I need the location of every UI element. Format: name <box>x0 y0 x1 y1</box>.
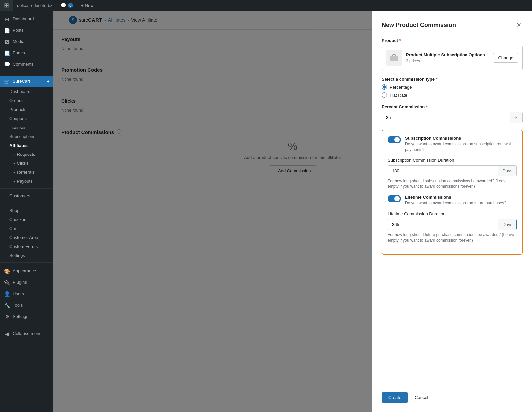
shop-label: Shop <box>9 208 19 213</box>
sidebar-item-requests[interactable]: ↳ Requests <box>0 150 53 159</box>
percent-commission-input-wrapper: % <box>382 112 523 123</box>
wp-logo[interactable]: ⊞ <box>0 0 13 11</box>
create-button[interactable]: Create <box>382 392 408 403</box>
sidebar-item-shop[interactable]: Shop <box>0 206 53 215</box>
sidebar-item-media[interactable]: 🖼 Media <box>0 36 53 47</box>
sidebar-item-plugins[interactable]: 🔌 Plugins <box>0 277 53 288</box>
sidebar-item-comments[interactable]: 💬 Comments <box>0 59 53 70</box>
subscription-commissions-title: Subscription Commissions <box>405 136 517 141</box>
lifetime-commissions-title: Lifetime Commissions <box>405 195 517 200</box>
cart-label: Cart <box>9 226 18 231</box>
comments-bar[interactable]: 💬 0 <box>56 0 77 11</box>
sidebar: ⊞ Dashboard 📄 Posts 🖼 Media 📃 Pages 💬 Co… <box>0 11 53 412</box>
product-info: Product Multiple Subscription Options 2 … <box>406 52 489 63</box>
pages-icon: 📃 <box>4 50 10 56</box>
percent-commission-input[interactable] <box>382 112 510 123</box>
sidebar-item-settings[interactable]: ⚙ Settings <box>0 311 53 322</box>
sidebar-item-orders[interactable]: Orders <box>0 96 53 105</box>
subscription-duration-input[interactable] <box>388 166 498 176</box>
sidebar-item-custom-forms[interactable]: Custom Forms <box>0 242 53 251</box>
sidebar-item-sc-dashboard[interactable]: Dashboard <box>0 87 53 96</box>
sidebar-item-users[interactable]: 👤 Users <box>0 288 53 300</box>
radio-flat-rate-input[interactable] <box>382 92 387 98</box>
product-prices: 2 prices <box>406 59 489 63</box>
sidebar-item-affiliates[interactable]: Affiliates <box>0 141 53 150</box>
site-name-bar[interactable]: delicate-ducote-bz <box>13 0 56 11</box>
surecart-collapse-arrow: ◀ <box>47 79 49 84</box>
radio-percentage[interactable]: Percentage <box>382 84 523 90</box>
subscription-commissions-toggle[interactable] <box>388 136 401 143</box>
lifetime-duration-label: Lifetime Commission Duration <box>388 211 517 216</box>
product-required: * <box>399 38 401 43</box>
sidebar-item-posts[interactable]: 📄 Posts <box>0 25 53 36</box>
lifetime-commissions-toggle[interactable] <box>388 195 401 202</box>
divider-5 <box>0 325 53 325</box>
sidebar-item-checkout[interactable]: Checkout <box>0 215 53 224</box>
divider-3 <box>0 203 53 203</box>
lifetime-duration-suffix: Days <box>498 219 516 230</box>
affiliates-label: Affiliates <box>9 143 28 148</box>
sidebar-item-dashboard[interactable]: ⊞ Dashboard <box>0 13 53 25</box>
clicks-label: ↳ Clicks <box>12 161 28 166</box>
subscription-toggle-info: Subscription Commissions Do you want to … <box>405 136 517 153</box>
sidebar-item-coupons[interactable]: Coupons <box>0 114 53 123</box>
admin-bar: ⊞ delicate-ducote-bz 💬 0 + New <box>0 0 532 11</box>
sidebar-item-customer-area[interactable]: Customer Area <box>0 233 53 242</box>
subscription-commissions-desc: Do you want to award commissions on subs… <box>405 141 517 153</box>
site-name-label: delicate-ducote-bz <box>17 3 52 8</box>
sidebar-item-products[interactable]: Products <box>0 105 53 114</box>
radio-percentage-input[interactable] <box>382 84 387 90</box>
sidebar-item-collapse[interactable]: ◀ Collapse menu <box>0 328 53 339</box>
tools-label: Tools <box>13 302 23 308</box>
sidebar-item-appearance[interactable]: 🎨 Appearance <box>0 265 53 277</box>
sidebar-item-licenses[interactable]: Licenses <box>0 123 53 132</box>
product-label: Product * <box>382 38 523 43</box>
lifetime-duration-input-wrapper: Days <box>388 219 517 230</box>
lifetime-commissions-desc: Do you want to award commissions on futu… <box>405 200 517 206</box>
sidebar-item-tools[interactable]: 🔧 Tools <box>0 300 53 311</box>
modal-overlay: New Product Commission ✕ Product * Produ… <box>53 11 532 412</box>
sidebar-item-subscriptions[interactable]: Subscriptions <box>0 132 53 141</box>
users-label: Users <box>13 291 24 297</box>
subscription-duration-desc: For how long should subscription commiss… <box>388 178 517 190</box>
sidebar-item-referrals[interactable]: ↳ Referrals <box>0 168 53 177</box>
lifetime-toggle-info: Lifetime Commissions Do you want to awar… <box>405 195 517 206</box>
products-label: Products <box>9 107 26 112</box>
sidebar-item-clicks[interactable]: ↳ Clicks <box>0 159 53 168</box>
comments-icon: 💬 <box>4 61 10 67</box>
modal-close-button[interactable]: ✕ <box>515 20 523 30</box>
divider-2 <box>0 188 53 189</box>
appearance-icon: 🎨 <box>4 268 10 274</box>
modal-footer: Create Cancel <box>382 384 523 403</box>
media-icon: 🖼 <box>4 39 10 45</box>
lifetime-duration-input[interactable] <box>388 219 498 230</box>
new-post-bar[interactable]: + New <box>77 0 97 11</box>
radio-flat-rate[interactable]: Flat Rate <box>382 92 523 98</box>
subscription-lifetime-section: Subscription Commissions Do you want to … <box>382 130 523 255</box>
cancel-button[interactable]: Cancel <box>412 392 431 403</box>
percent-commission-group: Percent Commission * % <box>382 104 523 123</box>
subscription-duration-group: Subscription Commission Duration Days Fo… <box>388 158 517 190</box>
sidebar-item-surecart[interactable]: 🛒 SureCart ◀ <box>0 76 53 87</box>
sidebar-label-posts: Posts <box>13 27 24 33</box>
licenses-label: Licenses <box>9 125 26 130</box>
checkout-label: Checkout <box>9 217 28 222</box>
product-field-group: Product * Product Multiple Subscription … <box>382 38 523 70</box>
sidebar-item-sc-settings[interactable]: Settings <box>0 251 53 260</box>
percent-suffix: % <box>510 112 522 123</box>
subscription-commissions-row: Subscription Commissions Do you want to … <box>388 136 517 153</box>
sidebar-item-payouts[interactable]: ↳ Payouts <box>0 177 53 186</box>
subscription-duration-suffix: Days <box>498 166 516 176</box>
payouts-label: ↳ Payouts <box>12 179 33 184</box>
commission-type-group: Select a commission type * Percentage Fl… <box>382 77 523 98</box>
percent-required: * <box>426 104 428 109</box>
change-product-button[interactable]: Change <box>493 53 518 63</box>
settings-icon: ⚙ <box>4 314 10 320</box>
users-icon: 👤 <box>4 291 10 297</box>
sidebar-item-pages[interactable]: 📃 Pages <box>0 48 53 59</box>
sidebar-item-cart[interactable]: Cart <box>0 224 53 233</box>
product-name: Product Multiple Subscription Options <box>406 52 489 58</box>
posts-icon: 📄 <box>4 27 10 33</box>
sidebar-item-customers[interactable]: Customers <box>0 191 53 200</box>
surecart-icon: 🛒 <box>4 78 10 84</box>
